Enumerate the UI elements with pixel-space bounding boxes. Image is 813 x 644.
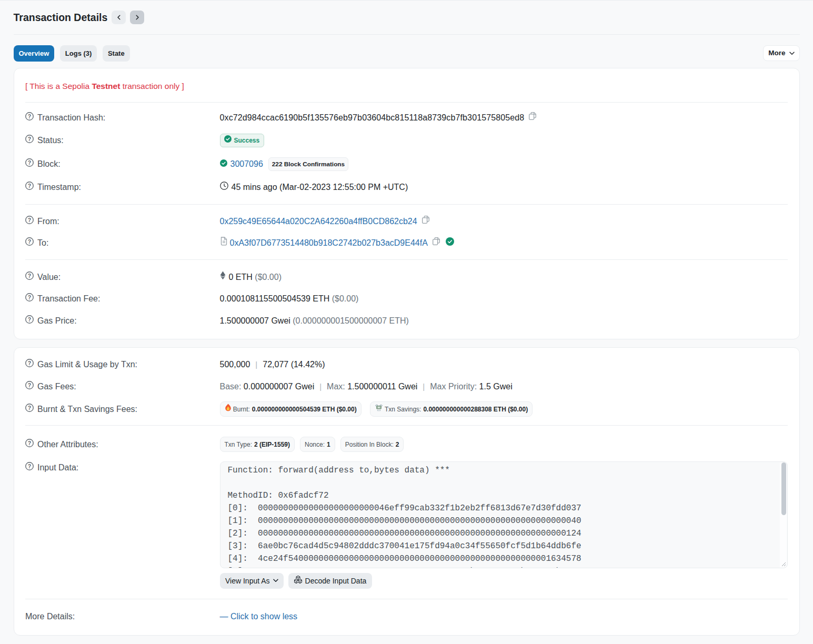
svg-text:?: ?	[28, 136, 31, 142]
svg-text:?: ?	[28, 273, 31, 279]
svg-text:?: ?	[28, 113, 31, 119]
svg-text:?: ?	[28, 316, 31, 323]
svg-text:?: ?	[28, 405, 31, 411]
svg-text:?: ?	[28, 381, 31, 388]
svg-text:?: ?	[28, 360, 31, 366]
svg-text:?: ?	[28, 294, 31, 300]
svg-text:?: ?	[28, 440, 31, 446]
svg-text:?: ?	[28, 217, 31, 223]
svg-text:?: ?	[28, 462, 31, 469]
svg-text:?: ?	[28, 238, 31, 245]
svg-text:?: ?	[28, 182, 31, 188]
svg-text:?: ?	[28, 159, 31, 166]
